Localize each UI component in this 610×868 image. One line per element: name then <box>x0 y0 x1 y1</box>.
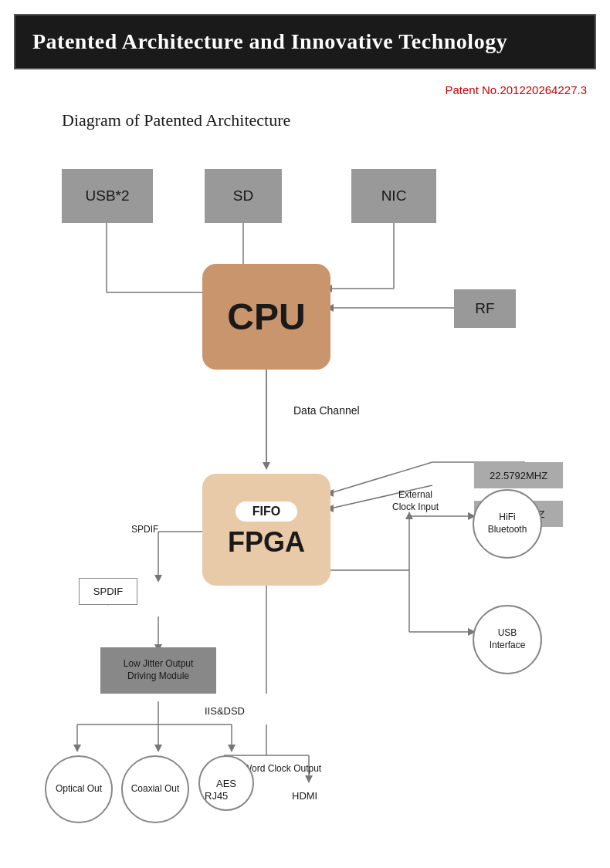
optical-out-circle: Optical Out <box>45 755 113 823</box>
svg-marker-25 <box>154 745 162 752</box>
sd-box: SD <box>205 169 282 223</box>
clock1-box: 22.5792MHZ <box>474 462 563 488</box>
external-clock-label: ExternalClock Input <box>392 489 439 513</box>
fpga-box: FIFO FPGA <box>202 474 330 586</box>
rf-box: RF <box>454 289 516 328</box>
hdmi-label: HDMI <box>292 790 317 802</box>
iis-dsd-label: IIS&DSD <box>205 705 245 717</box>
data-channel-label: Data Channel <box>293 404 360 417</box>
low-jitter-box: Low Jitter Output Driving Module <box>100 647 216 694</box>
diagram-title: Diagram of Patented Architecture <box>62 110 610 130</box>
svg-line-48 <box>330 462 432 493</box>
spdif-label1: SPDIF <box>131 524 158 535</box>
svg-marker-34 <box>305 775 313 783</box>
rj45-label: RJ45 <box>205 790 228 802</box>
hifi-bt-circle: HiFi Bluetooth <box>473 489 542 559</box>
usb-interface-circle: USB Interface <box>473 605 542 674</box>
coaxial-out-circle: Coaxial Out <box>121 755 189 823</box>
header-block: Patented Architecture and Innovative Tec… <box>14 14 596 69</box>
header-title: Patented Architecture and Innovative Tec… <box>32 29 507 53</box>
spdif-box: SPDIF <box>79 578 137 605</box>
cpu-box: CPU <box>202 264 330 370</box>
svg-marker-15 <box>154 575 162 583</box>
usb-box: USB*2 <box>62 169 153 223</box>
architecture-diagram: USB*2 SD NIC CPU RF Data Channel FIFO FP… <box>15 138 595 817</box>
svg-marker-27 <box>228 745 236 752</box>
word-clock-label: Word Clock Output <box>243 763 321 774</box>
fifo-label: FIFO <box>236 502 297 522</box>
svg-marker-23 <box>73 745 81 752</box>
aes-circle: AES <box>198 755 254 811</box>
svg-marker-12 <box>263 462 270 470</box>
nic-box: NIC <box>351 169 436 223</box>
patent-number: Patent No.201220264227.3 <box>0 83 587 96</box>
